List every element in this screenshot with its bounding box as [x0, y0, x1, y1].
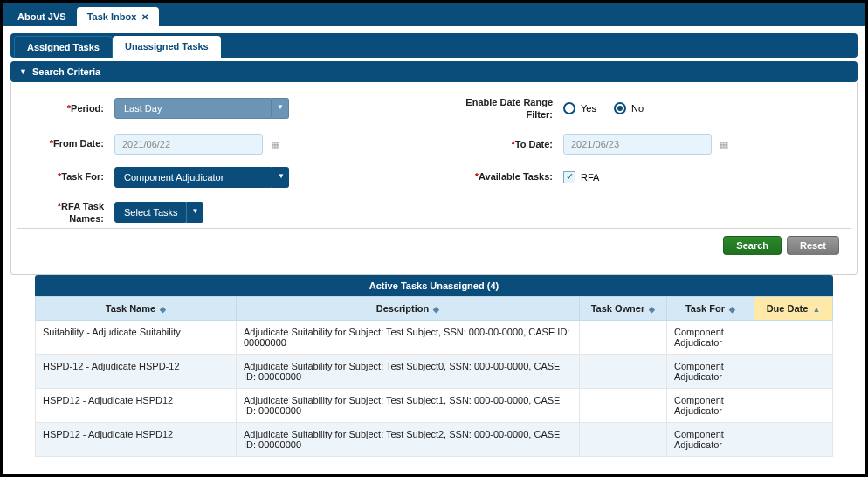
rfa-task-names-label: *RFA Task Names:	[29, 200, 107, 225]
cell-for: Component Adjudicator	[667, 389, 754, 423]
search-criteria-header[interactable]: ▼ Search Criteria	[10, 61, 858, 82]
radio-no-label: No	[631, 103, 644, 114]
tab-about-jvs[interactable]: About JVS	[7, 7, 77, 26]
rfa-task-names-select[interactable]: Select Tasks ▼	[114, 202, 210, 223]
sort-icon: ◆	[433, 305, 439, 314]
sort-icon: ◆	[160, 305, 166, 314]
cell-name: HSPD12 - Adjudicate HSPD12	[36, 423, 237, 457]
table-row[interactable]: HSPD12 - Adjudicate HSPD12Adjudicate Sui…	[36, 423, 833, 457]
tab-task-inbox[interactable]: Task Inbox ✕	[77, 7, 160, 26]
tab-task-inbox-label: Task Inbox	[87, 11, 137, 22]
from-date-wrap: ▦	[114, 134, 289, 155]
table-row[interactable]: HSPD12 - Adjudicate HSPD12Adjudicate Sui…	[36, 389, 833, 423]
sort-icon: ◆	[729, 305, 735, 314]
task-for-select[interactable]: Component Adjudicator ▼	[114, 167, 289, 188]
radio-yes[interactable]	[563, 102, 575, 114]
cell-desc: Adjudicate Suitability for Subject: Test…	[237, 355, 580, 389]
cell-name: HSPD12 - Adjudicate HSPD12	[36, 389, 237, 423]
cell-owner	[580, 355, 667, 389]
available-tasks-label: *Available Tasks:	[460, 170, 556, 183]
from-date-label: *From Date:	[29, 137, 107, 149]
checkbox-rfa-label: RFA	[581, 172, 599, 183]
calendar-icon[interactable]: ▦	[271, 139, 279, 149]
cell-name: HSPD-12 - Adjudicate HSPD-12	[36, 355, 237, 389]
checkbox-rfa[interactable]: ✓	[563, 171, 575, 183]
cell-due	[754, 321, 833, 355]
cell-for: Component Adjudicator	[667, 321, 754, 355]
collapse-icon: ▼	[19, 67, 27, 76]
to-date-wrap: ▦	[563, 134, 755, 155]
results-table: Task Name ◆ Description ◆ Task Owner ◆ T…	[35, 296, 833, 457]
col-task-for[interactable]: Task For ◆	[667, 297, 754, 321]
cell-desc: Adjudicate Suitability for Subject: Test…	[237, 389, 580, 423]
action-bar: Search Reset	[17, 228, 851, 264]
radio-no[interactable]	[614, 102, 626, 114]
sub-tabbar: Assigned Tasks Unassigned Tasks	[10, 33, 858, 58]
content-area: Assigned Tasks Unassigned Tasks ▼ Search…	[3, 26, 865, 457]
close-icon[interactable]: ✕	[141, 12, 148, 22]
rfa-task-names-value: Select Tasks	[114, 202, 186, 223]
date-range-radio-group: Yes No	[563, 102, 755, 114]
cell-for: Component Adjudicator	[667, 423, 754, 457]
chevron-down-icon[interactable]: ▼	[272, 167, 289, 188]
col-task-name[interactable]: Task Name ◆	[36, 297, 237, 321]
cell-owner	[580, 423, 667, 457]
table-row[interactable]: Suitability - Adjudicate SuitabilityAdju…	[36, 321, 833, 355]
panel-title: Search Criteria	[32, 66, 100, 77]
cell-for: Component Adjudicator	[667, 355, 754, 389]
to-date-label: *To Date:	[460, 139, 556, 149]
period-label: *Period:	[29, 103, 107, 114]
cell-due	[754, 355, 833, 389]
table-row[interactable]: HSPD-12 - Adjudicate HSPD-12Adjudicate S…	[36, 355, 833, 389]
chevron-down-icon[interactable]: ▼	[272, 98, 289, 119]
table-title: Active Tasks Unassigned (4)	[35, 275, 833, 296]
from-date-input[interactable]	[114, 134, 263, 155]
sort-icon: ◆	[649, 305, 655, 314]
reset-button[interactable]: Reset	[787, 236, 839, 255]
enable-date-range-label: Enable Date Range Filter:	[460, 96, 556, 121]
cell-owner	[580, 321, 667, 355]
cell-desc: Adjudicate Suitability for Subject: Test…	[237, 423, 580, 457]
chevron-down-icon[interactable]: ▼	[186, 202, 203, 223]
results-table-wrap: Active Tasks Unassigned (4) Task Name ◆ …	[35, 275, 833, 457]
col-task-owner[interactable]: Task Owner ◆	[580, 297, 667, 321]
cell-desc: Adjudicate Suitability for Subject: Test…	[237, 321, 580, 355]
app-window: About JVS Task Inbox ✕ Assigned Tasks Un…	[3, 3, 865, 474]
period-select[interactable]: Last Day ▼	[114, 98, 289, 119]
top-tabbar: About JVS Task Inbox ✕	[3, 3, 865, 26]
available-tasks-group: ✓ RFA	[563, 171, 755, 183]
search-criteria-panel: *Period: Last Day ▼ Enable Date Range Fi…	[10, 82, 858, 275]
cell-owner	[580, 389, 667, 423]
task-for-value: Component Adjudicator	[114, 167, 272, 188]
to-date-input[interactable]	[563, 134, 712, 155]
col-due-date[interactable]: Due Date ▲	[754, 297, 833, 321]
cell-name: Suitability - Adjudicate Suitability	[36, 321, 237, 355]
tab-assigned-tasks[interactable]: Assigned Tasks	[14, 36, 113, 58]
sort-asc-icon: ▲	[812, 305, 820, 314]
tab-unassigned-tasks[interactable]: Unassigned Tasks	[113, 36, 221, 58]
col-description[interactable]: Description ◆	[237, 297, 580, 321]
period-value: Last Day	[114, 98, 272, 119]
radio-yes-label: Yes	[581, 103, 596, 114]
cell-due	[754, 389, 833, 423]
cell-due	[754, 423, 833, 457]
task-for-label: *Task For:	[29, 170, 107, 183]
calendar-icon[interactable]: ▦	[720, 139, 728, 149]
search-button[interactable]: Search	[723, 236, 782, 255]
